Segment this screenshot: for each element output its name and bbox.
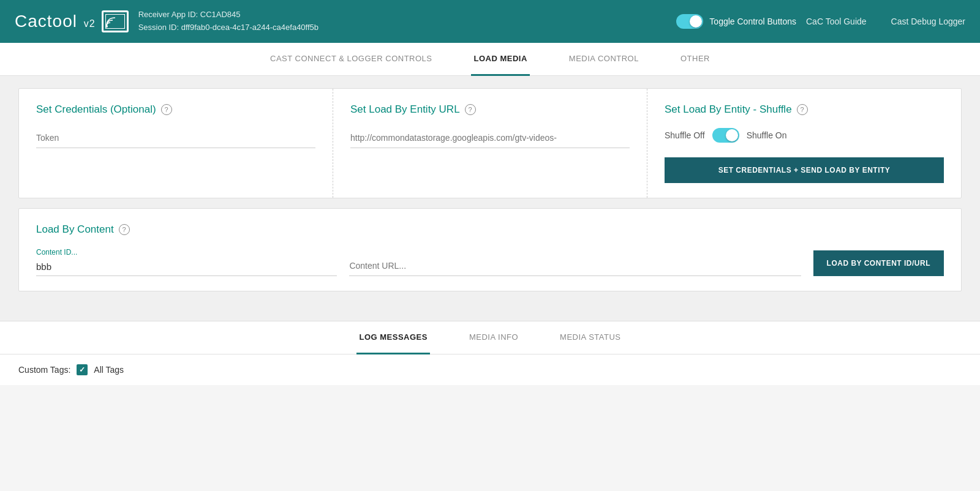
bottom-tabs: LOG MESSAGES MEDIA INFO MEDIA STATUS <box>0 321 980 354</box>
load-by-content-button[interactable]: LOAD BY CONTENT ID/URL <box>813 250 944 276</box>
cast-debug-logger-link[interactable]: Cast Debug Logger <box>891 17 965 26</box>
custom-tags-label: Custom Tags: <box>18 365 70 375</box>
load-row: Content ID... LOAD BY CONTENT ID/URL <box>36 248 944 276</box>
content-id-group: Content ID... <box>36 248 337 276</box>
entity-url-panel: Set Load By Entity URL ? <box>333 89 647 198</box>
toggle-control-buttons[interactable] <box>676 14 703 29</box>
panels-row: Set Credentials (Optional) ? Set Load By… <box>18 88 962 198</box>
custom-tags-bar: Custom Tags: All Tags <box>0 354 980 385</box>
tab-log-messages[interactable]: LOG MESSAGES <box>356 321 429 354</box>
entity-shuffle-help-icon[interactable]: ? <box>797 104 808 115</box>
load-content-help-icon[interactable]: ? <box>119 224 130 235</box>
tab-other[interactable]: OTHER <box>678 43 712 76</box>
header: Cactool v2 Receiver App ID: CC1AD845 Ses… <box>0 0 980 43</box>
entity-url-input[interactable] <box>350 128 630 148</box>
toggle-label: Toggle Control Buttons <box>709 17 796 26</box>
shuffle-on-label: Shuffle On <box>747 130 787 140</box>
all-tags-label: All Tags <box>94 365 124 375</box>
toggle-area: Toggle Control Buttons <box>676 14 796 29</box>
set-credentials-send-load-button[interactable]: SET CREDENTIALS + SEND LOAD BY ENTITY <box>665 157 944 183</box>
nav-tabs: CAST CONNECT & LOGGER CONTROLS LOAD MEDI… <box>0 43 980 76</box>
tab-cast-connect[interactable]: CAST CONNECT & LOGGER CONTROLS <box>268 43 434 76</box>
bottom-section: LOG MESSAGES MEDIA INFO MEDIA STATUS Cus… <box>0 321 980 385</box>
tab-media-info[interactable]: MEDIA INFO <box>467 321 521 354</box>
tab-load-media[interactable]: LOAD MEDIA <box>471 43 529 76</box>
logo-text: Cactool v2 <box>15 12 96 31</box>
all-tags-checkbox[interactable] <box>77 364 88 375</box>
entity-shuffle-title: Set Load By Entity - Shuffle ? <box>665 103 944 116</box>
logo-area: Cactool v2 <box>15 10 129 32</box>
credentials-title: Set Credentials (Optional) ? <box>36 103 315 116</box>
tab-media-status[interactable]: MEDIA STATUS <box>557 321 623 354</box>
shuffle-row: Shuffle Off Shuffle On <box>665 128 944 143</box>
shuffle-toggle[interactable] <box>712 128 739 143</box>
session-info: Receiver App ID: CC1AD845 Session ID: df… <box>138 9 667 34</box>
cac-tool-guide-link[interactable]: CaC Tool Guide <box>806 17 867 26</box>
cast-icon <box>102 10 129 32</box>
entity-url-title: Set Load By Entity URL ? <box>350 103 630 116</box>
main-content: Set Credentials (Optional) ? Set Load By… <box>0 76 980 321</box>
credentials-panel: Set Credentials (Optional) ? <box>19 89 333 198</box>
shuffle-off-label: Shuffle Off <box>665 130 705 140</box>
header-links: CaC Tool Guide Cast Debug Logger <box>806 17 965 26</box>
entity-shuffle-panel: Set Load By Entity - Shuffle ? Shuffle O… <box>647 89 961 198</box>
load-content-title: Load By Content ? <box>36 223 944 236</box>
token-input[interactable] <box>36 128 315 148</box>
tab-media-control[interactable]: MEDIA CONTROL <box>567 43 641 76</box>
svg-point-1 <box>105 25 108 28</box>
credentials-help-icon[interactable]: ? <box>161 104 172 115</box>
content-id-input[interactable] <box>36 258 337 276</box>
content-id-label: Content ID... <box>36 248 337 257</box>
content-url-input[interactable] <box>349 256 801 276</box>
load-content-panel: Load By Content ? Content ID... LOAD BY … <box>18 208 962 291</box>
entity-url-help-icon[interactable]: ? <box>465 104 476 115</box>
